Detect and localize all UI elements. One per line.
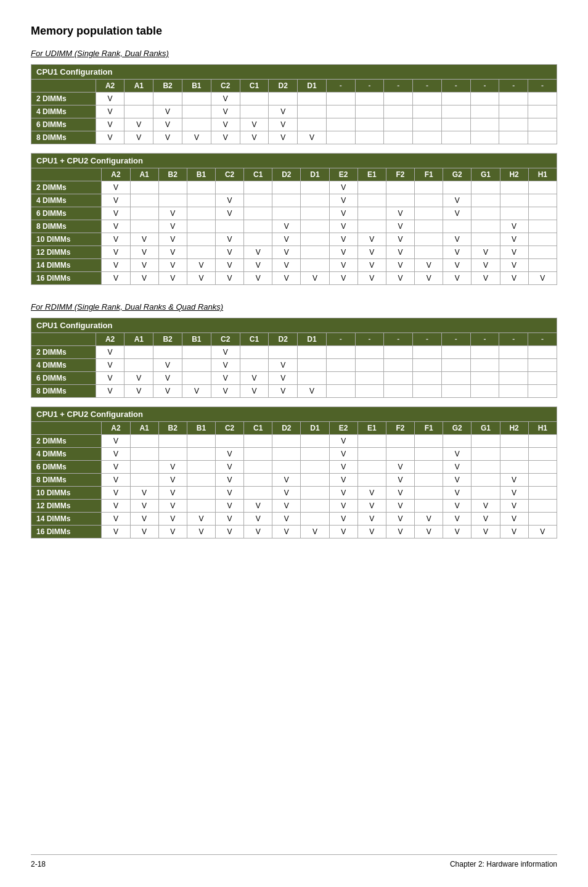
cell-7 bbox=[301, 448, 329, 461]
cell-5 bbox=[244, 194, 272, 207]
cell-11 bbox=[415, 500, 443, 513]
cell-10 bbox=[386, 435, 414, 448]
col-header-A1-1: A1 bbox=[125, 333, 153, 346]
cell-14 bbox=[500, 181, 528, 194]
cell-4: V bbox=[211, 346, 240, 359]
cell-10 bbox=[384, 105, 413, 118]
row-label: 12 DIMMs bbox=[31, 500, 102, 513]
cell-4: V bbox=[215, 448, 243, 461]
cell-6 bbox=[272, 181, 301, 194]
cell-8 bbox=[326, 105, 355, 118]
cell-13 bbox=[472, 435, 500, 448]
cell-8: V bbox=[329, 474, 357, 487]
cell-14 bbox=[499, 131, 528, 144]
cell-11 bbox=[415, 448, 443, 461]
cell-2: V bbox=[158, 233, 187, 246]
col-header-A2-0: A2 bbox=[96, 80, 125, 93]
cell-8 bbox=[326, 131, 355, 144]
cell-4: V bbox=[215, 194, 243, 207]
cell-2 bbox=[158, 448, 187, 461]
cell-12 bbox=[441, 346, 470, 359]
cell-13 bbox=[470, 385, 499, 398]
cell-11: V bbox=[415, 272, 443, 285]
row-label: 8 DIMMs bbox=[31, 385, 96, 398]
table-row: 2 DIMMsVV bbox=[31, 435, 557, 448]
row-label: 2 DIMMs bbox=[31, 93, 96, 105]
cell-8: V bbox=[329, 233, 357, 246]
cell-1: V bbox=[125, 118, 153, 131]
cell-3 bbox=[187, 246, 215, 259]
cell-13 bbox=[470, 131, 499, 144]
cell-10 bbox=[384, 385, 413, 398]
cell-0: V bbox=[96, 105, 125, 118]
cell-13: V bbox=[472, 259, 500, 272]
cell-6: V bbox=[269, 385, 298, 398]
cell-10: V bbox=[386, 487, 414, 500]
col-header-D1-7: D1 bbox=[301, 422, 329, 435]
cell-9: V bbox=[357, 233, 386, 246]
table-row: 8 DIMMsVVVVVVVV bbox=[31, 131, 557, 144]
cell-5 bbox=[244, 461, 272, 474]
cell-4: V bbox=[215, 207, 243, 220]
cell-6 bbox=[272, 461, 301, 474]
cell-11 bbox=[415, 461, 443, 474]
cell-2 bbox=[158, 194, 187, 207]
cell-0: V bbox=[102, 448, 130, 461]
cell-10 bbox=[384, 93, 413, 105]
cell-8: V bbox=[329, 259, 357, 272]
cell-5 bbox=[240, 93, 269, 105]
table-row: 2 DIMMsVV bbox=[31, 346, 557, 359]
cell-3: V bbox=[187, 513, 215, 526]
cell-15 bbox=[528, 346, 557, 359]
col-header-H1-15: H1 bbox=[528, 422, 557, 435]
cell-14 bbox=[499, 385, 528, 398]
cell-8 bbox=[326, 118, 355, 131]
cell-0: V bbox=[102, 220, 130, 233]
col-header-E2-8: E2 bbox=[329, 422, 357, 435]
cell-12 bbox=[443, 435, 472, 448]
udimm-cpu1cpu2-col-blank bbox=[31, 168, 102, 181]
cell-9 bbox=[355, 131, 384, 144]
cell-14: V bbox=[500, 233, 528, 246]
cell-12: V bbox=[443, 207, 472, 220]
cell-3: V bbox=[187, 259, 215, 272]
col-header-F2-10: F2 bbox=[386, 168, 414, 181]
cell-12 bbox=[441, 105, 470, 118]
cell-7 bbox=[298, 346, 327, 359]
cell-2: V bbox=[158, 220, 187, 233]
cell-8: V bbox=[329, 500, 357, 513]
cell-9: V bbox=[357, 526, 386, 538]
cell-0: V bbox=[96, 346, 125, 359]
cell-13 bbox=[472, 487, 500, 500]
col-header-G2-12: G2 bbox=[443, 422, 472, 435]
cell-2: V bbox=[158, 246, 187, 259]
cell-7 bbox=[301, 513, 329, 526]
cell-14: V bbox=[500, 513, 528, 526]
col-header-C1-5: C1 bbox=[244, 168, 272, 181]
cell-6: V bbox=[272, 272, 301, 285]
cell-8 bbox=[326, 385, 355, 398]
row-label: 4 DIMMs bbox=[31, 105, 96, 118]
cell-9 bbox=[357, 435, 386, 448]
cell-11 bbox=[413, 93, 442, 105]
cell-1: V bbox=[130, 272, 158, 285]
cell-11 bbox=[413, 385, 442, 398]
cell-2 bbox=[158, 435, 187, 448]
cell-15 bbox=[528, 233, 557, 246]
cell-6 bbox=[269, 346, 298, 359]
cell-9 bbox=[355, 385, 384, 398]
col-header-F1-11: F1 bbox=[415, 168, 443, 181]
col-header-B2-2: B2 bbox=[158, 422, 187, 435]
cell-4: V bbox=[211, 131, 240, 144]
cell-11 bbox=[415, 207, 443, 220]
cell-11 bbox=[415, 181, 443, 194]
cell-10 bbox=[384, 372, 413, 385]
col-header-D2-6: D2 bbox=[272, 168, 301, 181]
rdimm-cpu1cpu2-header: CPU1 + CPU2 Configuration bbox=[31, 407, 557, 422]
cell-13 bbox=[472, 181, 500, 194]
cell-3 bbox=[182, 372, 211, 385]
col-header-B1-3: B1 bbox=[182, 333, 211, 346]
cell-4: V bbox=[215, 474, 243, 487]
cell-4: V bbox=[211, 118, 240, 131]
cell-6 bbox=[272, 207, 301, 220]
